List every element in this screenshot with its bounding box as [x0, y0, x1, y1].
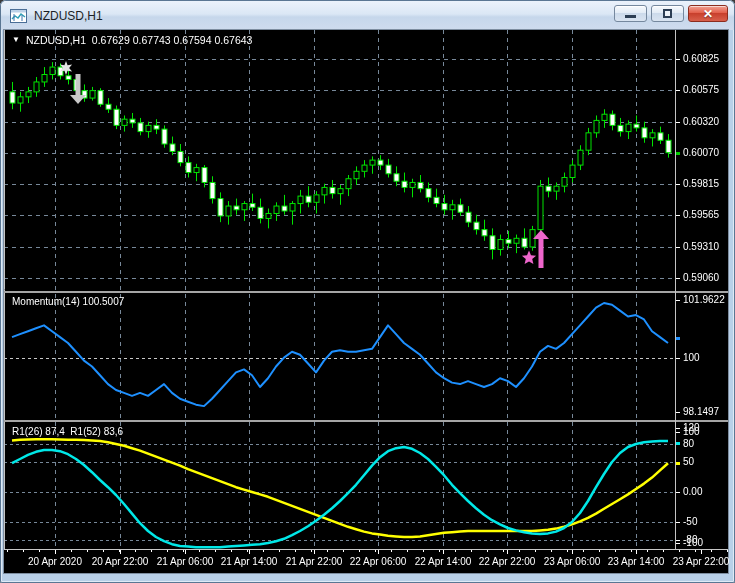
price-axis-border — [675, 30, 676, 550]
momentum-axis-label: 100 — [683, 353, 700, 363]
chart-icon — [10, 9, 27, 23]
symbol-dropdown-icon[interactable]: ▼ — [12, 35, 20, 45]
price-axis-label: 0.59060 — [683, 273, 719, 283]
chart-info-line: ▼ NZDUSD,H1 0.67629 0.67743 0.67594 0.67… — [12, 34, 252, 46]
window-controls: ✕ — [614, 5, 728, 22]
r1-axis-label: -100 — [683, 538, 703, 548]
r1-axis-label: 80 — [683, 439, 694, 449]
time-axis-label: 22 Apr 06:00 — [350, 556, 407, 567]
time-axis-separator — [4, 549, 728, 550]
time-axis-label: 20 Apr 22:00 — [92, 556, 149, 567]
time-axis-label: 23 Apr 06:00 — [544, 556, 601, 567]
minimize-icon — [625, 15, 636, 18]
price-axis-label: 0.60575 — [683, 85, 719, 95]
price-axis-label: 0.60825 — [683, 54, 719, 64]
close-button[interactable]: ✕ — [688, 5, 728, 22]
restore-button[interactable] — [651, 5, 684, 22]
r1-axis-label: 50 — [683, 457, 694, 467]
time-axis-label: 23 Apr 22:00 — [673, 556, 730, 567]
r1-axis-label: 0.00 — [683, 487, 702, 497]
time-axis-label: 21 Apr 14:00 — [221, 556, 278, 567]
time-axis-label: 21 Apr 22:00 — [286, 556, 343, 567]
time-axis-label: 23 Apr 14:00 — [608, 556, 665, 567]
price-axis-label: 0.60070 — [683, 148, 719, 158]
r1-axis-label: 100 — [683, 427, 700, 437]
time-axis-label: 22 Apr 22:00 — [479, 556, 536, 567]
price-axis-label: 0.60320 — [683, 117, 719, 127]
momentum-axis-label: 101.9622 — [683, 295, 725, 305]
price-axis-label: 0.59815 — [683, 179, 719, 189]
momentum-indicator-label: Momentum(14) 100.5007 — [12, 296, 124, 307]
ohlc-text: NZDUSD,H1 0.67629 0.67743 0.67594 0.6764… — [26, 34, 253, 46]
minimize-button[interactable] — [614, 5, 647, 22]
chart-area: ▼ NZDUSD,H1 0.67629 0.67743 0.67594 0.67… — [4, 30, 728, 573]
momentum-axis-label: 98.1497 — [683, 407, 719, 417]
time-axis-label: 21 Apr 06:00 — [157, 556, 214, 567]
r1-indicator-label: R1(26) 87,4 R1(52) 83,6 — [12, 426, 123, 437]
pane-separator[interactable] — [4, 291, 728, 293]
r1-axis-label: -50 — [683, 517, 697, 527]
pane-separator[interactable] — [4, 420, 728, 422]
window-title: NZDUSD,H1 — [34, 9, 103, 23]
time-axis-label: 20 Apr 2020 — [28, 556, 82, 567]
price-axis-label: 0.59565 — [683, 210, 719, 220]
window-titlebar[interactable]: NZDUSD,H1 ✕ — [1, 1, 734, 30]
price-axis-label: 0.59310 — [683, 242, 719, 252]
time-axis-label: 22 Apr 14:00 — [415, 556, 472, 567]
restore-icon — [663, 9, 672, 18]
close-icon: ✕ — [703, 8, 713, 20]
chart-window: NZDUSD,H1 ✕ ▼ NZDUSD,H1 0.67629 0.67743 … — [0, 0, 735, 583]
